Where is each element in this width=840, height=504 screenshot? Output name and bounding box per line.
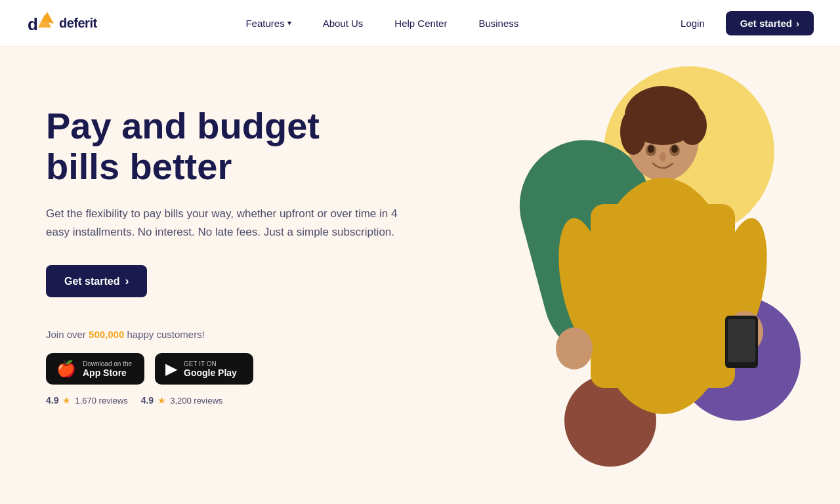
nav-features[interactable]: Features ▾ [232,12,304,34]
svg-point-3 [627,96,699,181]
shape-purple [676,296,801,421]
nav-about[interactable]: About Us [310,12,377,34]
store-buttons: 🍎 Download on the App Store ▶ GET IT ON … [46,353,413,385]
svg-point-20 [660,152,666,161]
store-ratings: 4.9 ★ 1,670 reviews 4.9 ★ 3,200 reviews [46,395,413,406]
app-store-rating: 4.9 ★ 1,670 reviews [46,395,128,406]
svg-point-4 [625,86,701,145]
hero-content: Pay and budget bills better Get the flex… [46,47,413,406]
svg-point-16 [646,144,656,156]
google-play-button[interactable]: ▶ GET IT ON Google Play [155,353,253,385]
svg-point-19 [671,145,678,153]
svg-rect-15 [728,319,755,362]
hero-visual [420,47,840,504]
nav-right: Login Get started › [667,11,814,35]
nav-get-started-button[interactable]: Get started › [726,11,814,35]
svg-point-12 [556,327,593,369]
svg-point-18 [648,145,654,153]
play-store-rating: 4.9 ★ 3,200 reviews [141,395,223,406]
svg-point-17 [669,144,680,156]
logo[interactable]: d deferit [26,9,97,37]
nav-business[interactable]: Business [465,12,532,34]
svg-point-5 [620,109,646,155]
star-icon: ★ [62,395,71,406]
svg-point-6 [678,106,707,145]
shape-brown [564,375,656,467]
svg-rect-14 [725,316,758,368]
play-icon: ▶ [165,360,177,378]
join-text: Join over 500,000 happy customers! [46,329,413,340]
app-store-button[interactable]: 🍎 Download on the App Store [46,353,144,385]
shape-green [505,125,689,375]
chevron-right-icon: › [796,18,799,29]
svg-rect-9 [591,204,735,388]
svg-point-8 [591,178,735,414]
navbar: d deferit Features ▾ About Us Help Cente… [0,0,840,47]
hero-section: Pay and budget bills better Get the flex… [0,47,840,504]
login-button[interactable]: Login [667,12,718,34]
svg-point-10 [550,214,618,351]
nav-links: Features ▾ About Us Help Center Business [232,12,532,34]
hero-get-started-button[interactable]: Get started › [46,265,147,297]
apple-icon: 🍎 [56,360,76,378]
chevron-down-icon: ▾ [287,18,291,28]
nav-help[interactable]: Help Center [381,12,460,34]
shape-yellow [604,66,774,237]
hero-subtitle: Get the flexibility to pay bills your wa… [46,205,413,242]
chevron-right-icon: › [125,274,129,288]
svg-point-11 [707,214,776,351]
svg-point-13 [726,311,763,353]
svg-rect-7 [651,175,675,194]
star-icon-2: ★ [158,395,166,406]
svg-text:d: d [28,14,38,34]
hero-title: Pay and budget bills better [46,106,413,186]
person-image [505,73,820,493]
logo-text: deferit [59,16,97,31]
